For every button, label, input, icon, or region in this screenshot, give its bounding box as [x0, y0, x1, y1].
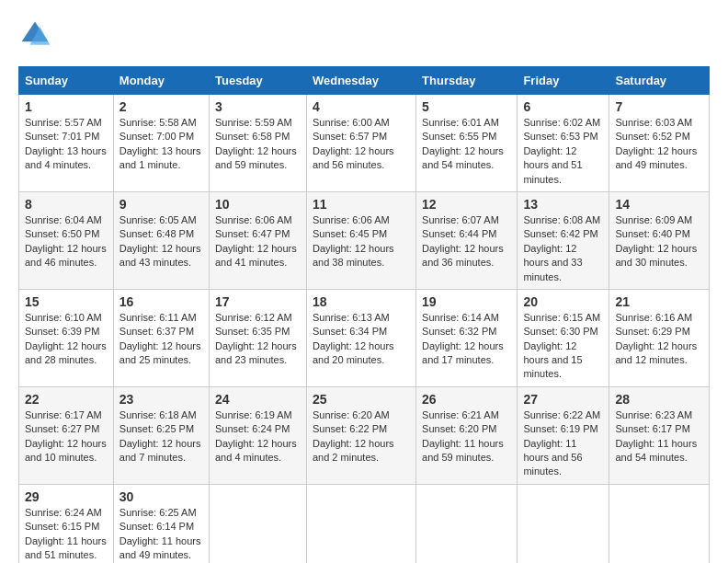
day-cell: 26Sunrise: 6:21 AMSunset: 6:20 PMDayligh…: [416, 386, 518, 484]
day-info: Sunrise: 6:05 AMSunset: 6:48 PMDaylight:…: [119, 213, 203, 270]
week-row-1: 1Sunrise: 5:57 AMSunset: 7:01 PMDaylight…: [19, 95, 710, 192]
day-number: 25: [313, 392, 410, 407]
day-header-sunday: Sunday: [19, 67, 114, 95]
day-header-wednesday: Wednesday: [306, 67, 415, 95]
day-info: Sunrise: 5:57 AMSunset: 7:01 PMDaylight:…: [25, 116, 108, 173]
day-number: 23: [119, 392, 203, 407]
day-info: Sunrise: 6:23 AMSunset: 6:17 PMDaylight:…: [615, 408, 703, 465]
day-cell: 14Sunrise: 6:09 AMSunset: 6:40 PMDayligh…: [609, 191, 710, 289]
day-info: Sunrise: 6:11 AMSunset: 6:37 PMDaylight:…: [119, 311, 203, 368]
day-cell: 24Sunrise: 6:19 AMSunset: 6:24 PMDayligh…: [210, 386, 307, 484]
day-cell: 13Sunrise: 6:08 AMSunset: 6:42 PMDayligh…: [518, 191, 609, 289]
day-header-thursday: Thursday: [416, 67, 518, 95]
day-number: 22: [25, 392, 108, 407]
week-row-4: 22Sunrise: 6:17 AMSunset: 6:27 PMDayligh…: [19, 386, 710, 484]
day-cell: [306, 484, 415, 563]
day-header-tuesday: Tuesday: [210, 67, 307, 95]
day-info: Sunrise: 5:58 AMSunset: 7:00 PMDaylight:…: [119, 116, 203, 173]
day-info: Sunrise: 6:18 AMSunset: 6:25 PMDaylight:…: [119, 408, 203, 465]
day-number: 24: [215, 392, 301, 407]
day-info: Sunrise: 6:02 AMSunset: 6:53 PMDaylight:…: [523, 116, 603, 187]
day-number: 29: [25, 489, 108, 504]
day-cell: 19Sunrise: 6:14 AMSunset: 6:32 PMDayligh…: [416, 289, 518, 386]
day-cell: 9Sunrise: 6:05 AMSunset: 6:48 PMDaylight…: [113, 191, 209, 289]
day-info: Sunrise: 6:04 AMSunset: 6:50 PMDaylight:…: [25, 213, 108, 270]
day-info: Sunrise: 6:15 AMSunset: 6:30 PMDaylight:…: [523, 311, 603, 382]
day-info: Sunrise: 6:25 AMSunset: 6:14 PMDaylight:…: [119, 506, 203, 563]
day-info: Sunrise: 6:24 AMSunset: 6:15 PMDaylight:…: [25, 506, 108, 563]
day-info: Sunrise: 6:01 AMSunset: 6:55 PMDaylight:…: [422, 116, 511, 173]
day-cell: 4Sunrise: 6:00 AMSunset: 6:57 PMDaylight…: [306, 95, 415, 192]
day-number: 3: [215, 99, 301, 114]
day-info: Sunrise: 6:12 AMSunset: 6:35 PMDaylight:…: [215, 311, 301, 368]
day-number: 9: [119, 197, 203, 212]
day-cell: 8Sunrise: 6:04 AMSunset: 6:50 PMDaylight…: [19, 191, 114, 289]
logo-icon: [18, 18, 51, 52]
day-cell: 7Sunrise: 6:03 AMSunset: 6:52 PMDaylight…: [609, 95, 710, 192]
day-info: Sunrise: 6:09 AMSunset: 6:40 PMDaylight:…: [615, 213, 703, 270]
day-info: Sunrise: 6:06 AMSunset: 6:47 PMDaylight:…: [215, 213, 301, 270]
day-number: 18: [313, 294, 410, 309]
week-row-2: 8Sunrise: 6:04 AMSunset: 6:50 PMDaylight…: [19, 191, 710, 289]
header-row: SundayMondayTuesdayWednesdayThursdayFrid…: [19, 67, 710, 95]
week-row-3: 15Sunrise: 6:10 AMSunset: 6:39 PMDayligh…: [19, 289, 710, 386]
day-cell: 15Sunrise: 6:10 AMSunset: 6:39 PMDayligh…: [19, 289, 114, 386]
day-number: 8: [25, 197, 108, 212]
week-row-5: 29Sunrise: 6:24 AMSunset: 6:15 PMDayligh…: [19, 484, 710, 563]
day-cell: [609, 484, 710, 563]
day-cell: 27Sunrise: 6:22 AMSunset: 6:19 PMDayligh…: [518, 386, 609, 484]
day-cell: 28Sunrise: 6:23 AMSunset: 6:17 PMDayligh…: [609, 386, 710, 484]
day-number: 7: [615, 99, 703, 114]
day-number: 15: [25, 294, 108, 309]
day-number: 14: [615, 197, 703, 212]
day-info: Sunrise: 6:14 AMSunset: 6:32 PMDaylight:…: [422, 311, 511, 368]
day-info: Sunrise: 6:03 AMSunset: 6:52 PMDaylight:…: [615, 116, 703, 173]
day-number: 26: [422, 392, 511, 407]
day-cell: [416, 484, 518, 563]
day-cell: 2Sunrise: 5:58 AMSunset: 7:00 PMDaylight…: [113, 95, 209, 192]
day-header-saturday: Saturday: [609, 67, 710, 95]
day-number: 10: [215, 197, 301, 212]
day-number: 21: [615, 294, 703, 309]
day-number: 28: [615, 392, 703, 407]
day-cell: 1Sunrise: 5:57 AMSunset: 7:01 PMDaylight…: [19, 95, 114, 192]
day-cell: 12Sunrise: 6:07 AMSunset: 6:44 PMDayligh…: [416, 191, 518, 289]
day-info: Sunrise: 6:20 AMSunset: 6:22 PMDaylight:…: [313, 408, 410, 465]
day-number: 16: [119, 294, 203, 309]
day-cell: [518, 484, 609, 563]
day-info: Sunrise: 6:00 AMSunset: 6:57 PMDaylight:…: [313, 116, 410, 173]
day-info: Sunrise: 6:19 AMSunset: 6:24 PMDaylight:…: [215, 408, 301, 465]
day-cell: 18Sunrise: 6:13 AMSunset: 6:34 PMDayligh…: [306, 289, 415, 386]
day-cell: 5Sunrise: 6:01 AMSunset: 6:55 PMDaylight…: [416, 95, 518, 192]
day-number: 11: [313, 197, 410, 212]
day-cell: 25Sunrise: 6:20 AMSunset: 6:22 PMDayligh…: [306, 386, 415, 484]
day-cell: 3Sunrise: 5:59 AMSunset: 6:58 PMDaylight…: [210, 95, 307, 192]
day-number: 27: [523, 392, 603, 407]
day-info: Sunrise: 6:16 AMSunset: 6:29 PMDaylight:…: [615, 311, 703, 368]
day-info: Sunrise: 6:10 AMSunset: 6:39 PMDaylight:…: [25, 311, 108, 368]
day-cell: 23Sunrise: 6:18 AMSunset: 6:25 PMDayligh…: [113, 386, 209, 484]
day-number: 12: [422, 197, 511, 212]
page-header: [18, 18, 710, 52]
day-header-friday: Friday: [518, 67, 609, 95]
day-info: Sunrise: 6:22 AMSunset: 6:19 PMDaylight:…: [523, 408, 603, 479]
day-number: 1: [25, 99, 108, 114]
day-cell: 30Sunrise: 6:25 AMSunset: 6:14 PMDayligh…: [113, 484, 209, 563]
day-info: Sunrise: 6:08 AMSunset: 6:42 PMDaylight:…: [523, 213, 603, 284]
day-cell: 11Sunrise: 6:06 AMSunset: 6:45 PMDayligh…: [306, 191, 415, 289]
day-number: 5: [422, 99, 511, 114]
day-number: 13: [523, 197, 603, 212]
day-number: 2: [119, 99, 203, 114]
logo: [18, 18, 55, 52]
day-number: 4: [313, 99, 410, 114]
day-cell: 10Sunrise: 6:06 AMSunset: 6:47 PMDayligh…: [210, 191, 307, 289]
day-info: Sunrise: 6:07 AMSunset: 6:44 PMDaylight:…: [422, 213, 511, 270]
day-header-monday: Monday: [113, 67, 209, 95]
day-cell: 16Sunrise: 6:11 AMSunset: 6:37 PMDayligh…: [113, 289, 209, 386]
day-cell: 6Sunrise: 6:02 AMSunset: 6:53 PMDaylight…: [518, 95, 609, 192]
day-number: 19: [422, 294, 511, 309]
day-info: Sunrise: 6:06 AMSunset: 6:45 PMDaylight:…: [313, 213, 410, 270]
day-cell: 29Sunrise: 6:24 AMSunset: 6:15 PMDayligh…: [19, 484, 114, 563]
day-info: Sunrise: 5:59 AMSunset: 6:58 PMDaylight:…: [215, 116, 301, 173]
day-number: 30: [119, 489, 203, 504]
